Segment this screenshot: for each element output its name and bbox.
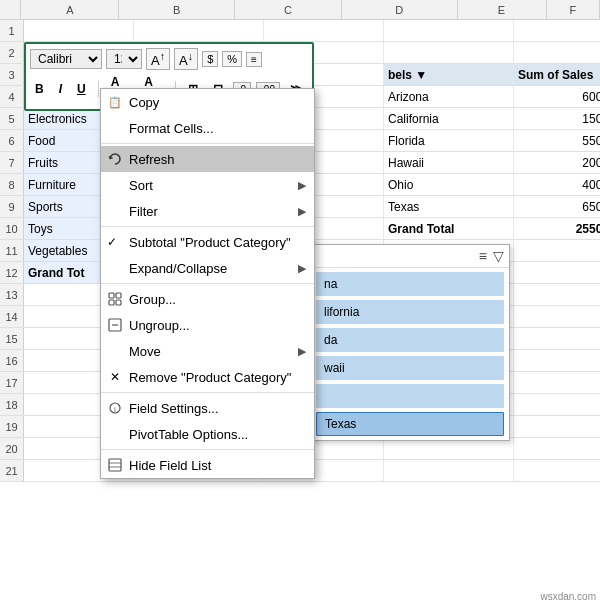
refresh-icon [107, 151, 123, 167]
pivot-options-icon [107, 426, 123, 442]
hide-field-list-icon [107, 457, 123, 473]
context-menu-separator-5 [101, 449, 314, 450]
col-header-b[interactable]: B [119, 0, 235, 19]
font-size-select[interactable]: 12 [106, 49, 142, 69]
cell-d4[interactable]: Arizona [384, 86, 514, 107]
cell-e3[interactable]: Sum of Sales [514, 64, 600, 85]
context-menu-item-filter[interactable]: Filter ▶ [101, 198, 314, 224]
context-menu-item-field-settings[interactable]: i Field Settings... [101, 395, 314, 421]
col-header-e[interactable]: E [458, 0, 547, 19]
font-increase-btn[interactable]: A↑ [146, 48, 170, 70]
context-menu-sort-label: Sort [129, 178, 298, 193]
cell-e4[interactable]: 6000 [514, 86, 600, 107]
format-cells-icon [107, 120, 123, 136]
dollar-btn[interactable]: $ [202, 51, 218, 67]
filter-icon [107, 203, 123, 219]
col-header-a[interactable]: A [21, 0, 119, 19]
context-menu-item-expand-collapse[interactable]: Expand/Collapse ▶ [101, 255, 314, 281]
context-menu-item-move[interactable]: Move ▶ [101, 338, 314, 364]
cell-e6[interactable]: 5500 [514, 130, 600, 151]
context-menu-item-group[interactable]: Group... [101, 286, 314, 312]
context-menu-separator-4 [101, 392, 314, 393]
context-menu-format-cells-label: Format Cells... [129, 121, 306, 136]
context-menu-item-hide-field-list[interactable]: Hide Field List [101, 452, 314, 478]
watermark: wsxdan.com [540, 591, 596, 602]
filter-item-california-label: lifornia [324, 305, 359, 319]
filter-item-arizona-label: na [324, 277, 337, 291]
context-menu-item-format-cells[interactable]: Format Cells... [101, 115, 314, 141]
context-menu-copy-label: Copy [129, 95, 306, 110]
context-menu-separator-2 [101, 226, 314, 227]
cell-d7[interactable]: Hawaii [384, 152, 514, 173]
row-num-5: 5 [0, 108, 24, 129]
filter-item-ohio[interactable] [316, 384, 504, 408]
row-num-6: 6 [0, 130, 24, 151]
filter-sort-icon[interactable]: ≡ [479, 248, 487, 264]
cell-e10[interactable]: 25500 [514, 218, 600, 239]
cell-d6[interactable]: Florida [384, 130, 514, 151]
field-settings-icon: i [107, 400, 123, 416]
filter-toolbar: ≡ ▽ [311, 245, 509, 268]
cell-c1[interactable] [264, 20, 384, 41]
filter-item-florida-label: da [324, 333, 337, 347]
underline-btn[interactable]: U [72, 80, 91, 98]
cell-d10[interactable]: Grand Total [384, 218, 514, 239]
filter-item-florida[interactable]: da [316, 328, 504, 352]
context-menu-item-pivot-options[interactable]: PivotTable Options... [101, 421, 314, 447]
col-header-f[interactable]: F [547, 0, 600, 19]
separator-btn[interactable]: ≡ [246, 52, 262, 67]
context-menu-item-sort[interactable]: Sort ▶ [101, 172, 314, 198]
context-menu-separator-1 [101, 143, 314, 144]
filter-item-california[interactable]: lifornia [316, 300, 504, 324]
filter-item-texas-label: Texas [325, 417, 356, 431]
cell-e5[interactable]: 1500 [514, 108, 600, 129]
svg-rect-8 [109, 459, 121, 471]
row-num-11: 11 [0, 240, 24, 261]
context-menu-group-label: Group... [129, 292, 306, 307]
row-num-12: 12 [0, 262, 24, 283]
context-menu-item-copy[interactable]: 📋 Copy [101, 89, 314, 115]
ribbon-font-row: Calibri 12 A↑ A↓ $ % ≡ [30, 48, 308, 70]
filter-item-hawaii[interactable]: waii [316, 356, 504, 380]
cell-d5[interactable]: California [384, 108, 514, 129]
context-menu-item-subtotal[interactable]: ✓ Subtotal "Product Category" [101, 229, 314, 255]
percent-btn[interactable]: % [222, 51, 242, 67]
cell-d8[interactable]: Ohio [384, 174, 514, 195]
context-menu-item-refresh[interactable]: Refresh [101, 146, 314, 172]
italic-btn[interactable]: I [54, 80, 67, 98]
context-menu-refresh-label: Refresh [129, 152, 306, 167]
column-headers: A B C D E F [0, 0, 600, 20]
cell-b1[interactable] [134, 20, 264, 41]
cell-d2[interactable] [384, 42, 514, 63]
cell-e8[interactable]: 4000 [514, 174, 600, 195]
context-menu-field-settings-label: Field Settings... [129, 401, 306, 416]
cell-a1[interactable] [24, 20, 134, 41]
cell-e9[interactable]: 6500 [514, 196, 600, 217]
filter-item-texas[interactable]: Texas [316, 412, 504, 436]
filter-item-arizona[interactable]: na [316, 272, 504, 296]
filter-item-hawaii-label: waii [324, 361, 345, 375]
expand-collapse-icon [107, 260, 123, 276]
col-header-c[interactable]: C [235, 0, 342, 19]
cell-e7[interactable]: 2000 [514, 152, 600, 173]
cell-d3[interactable]: bels ▼ [384, 64, 514, 85]
bold-btn[interactable]: B [30, 80, 49, 98]
context-menu-item-remove[interactable]: ✕ Remove "Product Category" [101, 364, 314, 390]
cell-d1[interactable] [384, 20, 514, 41]
font-name-select[interactable]: Calibri [30, 49, 102, 69]
cell-e11[interactable] [514, 240, 600, 261]
svg-rect-2 [109, 300, 114, 305]
cell-e1[interactable] [514, 20, 600, 41]
cell-e12[interactable] [514, 262, 600, 283]
cell-e2[interactable] [514, 42, 600, 63]
context-menu-expand-collapse-label: Expand/Collapse [129, 261, 298, 276]
move-arrow-icon: ▶ [298, 345, 306, 358]
filter-funnel-icon[interactable]: ▽ [493, 248, 504, 264]
context-menu-move-label: Move [129, 344, 298, 359]
remove-icon: ✕ [107, 369, 123, 385]
context-menu-item-ungroup[interactable]: Ungroup... [101, 312, 314, 338]
font-decrease-btn[interactable]: A↓ [174, 48, 198, 70]
col-header-d[interactable]: D [342, 0, 458, 19]
row-num-4: 4 [0, 86, 24, 107]
cell-d9[interactable]: Texas [384, 196, 514, 217]
